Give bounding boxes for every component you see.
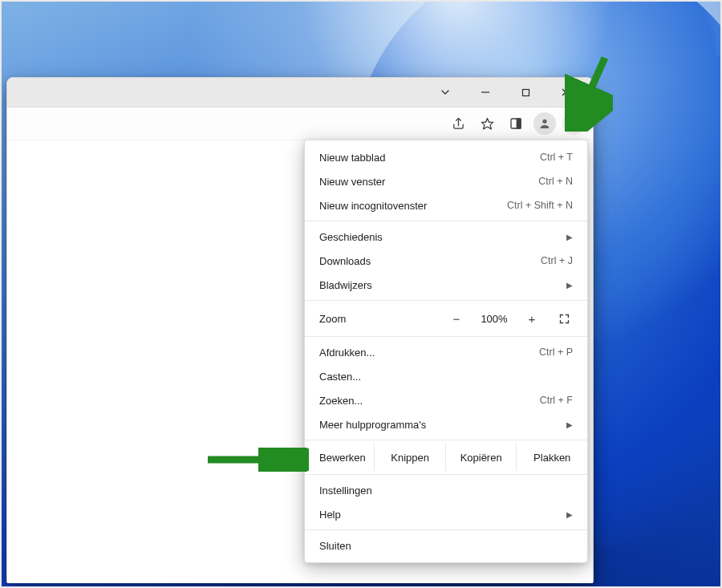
sidepanel-icon xyxy=(509,117,522,130)
menu-item-label: Zoom xyxy=(319,313,436,325)
edit-paste-button[interactable]: Plakken xyxy=(516,444,587,471)
menu-item-settings[interactable]: Instellingen xyxy=(305,478,587,502)
tab-search-button[interactable] xyxy=(428,80,463,104)
sidepanel-button[interactable] xyxy=(505,112,527,135)
menu-item-new-tab[interactable]: Nieuw tabblad Ctrl + T xyxy=(305,145,587,169)
edit-copy-button[interactable]: Kopiëren xyxy=(445,444,517,471)
menu-item-find[interactable]: Zoeken... Ctrl + F xyxy=(305,388,587,412)
menu-item-label: Casten... xyxy=(319,371,573,383)
svg-marker-4 xyxy=(481,118,493,128)
menu-separator xyxy=(305,221,587,221)
minimize-icon xyxy=(481,87,490,97)
menu-item-bookmarks[interactable]: Bladwijzers ▶ xyxy=(305,273,587,297)
profile-button[interactable] xyxy=(533,112,556,135)
svg-rect-1 xyxy=(522,89,529,95)
zoom-value: 100% xyxy=(477,313,512,325)
menu-separator xyxy=(305,336,587,337)
menu-item-label: Afdrukken... xyxy=(319,347,531,359)
zoom-in-button[interactable]: + xyxy=(521,312,542,326)
submenu-arrow-icon: ▶ xyxy=(566,233,573,241)
menu-item-edit: Bewerken Knippen Kopiëren Plakken xyxy=(305,444,587,471)
edit-cut-button[interactable]: Knippen xyxy=(374,444,445,471)
window-minimize-button[interactable] xyxy=(468,80,503,104)
menu-item-label: Help xyxy=(319,509,555,521)
menu-separator xyxy=(305,529,587,530)
menu-item-label: Nieuw venster xyxy=(319,176,530,188)
menu-item-shortcut: Ctrl + P xyxy=(539,347,573,358)
menu-item-shortcut: Ctrl + Shift + N xyxy=(507,200,573,211)
share-button[interactable] xyxy=(447,112,469,135)
menu-item-shortcut: Ctrl + T xyxy=(540,152,573,163)
menu-separator xyxy=(305,440,587,440)
submenu-arrow-icon: ▶ xyxy=(566,420,573,429)
share-icon xyxy=(452,117,465,131)
menu-item-new-window[interactable]: Nieuw venster Ctrl + N xyxy=(305,169,587,193)
menu-item-label: Bladwijzers xyxy=(319,279,555,291)
zoom-out-button[interactable]: − xyxy=(446,312,467,326)
menu-item-print[interactable]: Afdrukken... Ctrl + P xyxy=(305,340,587,364)
menu-item-label: Nieuw tabblad xyxy=(319,152,532,164)
menu-item-label: Instellingen xyxy=(319,485,573,497)
menu-item-label: Bewerken xyxy=(319,452,374,464)
window-close-button[interactable] xyxy=(548,80,583,104)
bookmark-button[interactable] xyxy=(476,112,498,135)
menu-item-label: Meer hulpprogramma's xyxy=(319,419,555,431)
menu-separator xyxy=(305,474,587,475)
menu-item-help[interactable]: Help ▶ xyxy=(305,502,587,526)
menu-item-shortcut: Ctrl + J xyxy=(541,255,573,266)
maximize-icon xyxy=(521,88,530,97)
menu-item-moretools[interactable]: Meer hulpprogramma's ▶ xyxy=(305,412,587,436)
svg-rect-6 xyxy=(517,119,521,128)
svg-point-8 xyxy=(572,117,574,120)
avatar-icon xyxy=(538,117,551,130)
menu-item-label: Nieuw incognitovenster xyxy=(319,200,499,212)
svg-point-10 xyxy=(572,127,574,129)
menu-item-shortcut: Ctrl + N xyxy=(538,176,573,187)
chevron-down-icon xyxy=(440,87,450,97)
kebab-icon xyxy=(572,117,575,130)
menu-item-zoom: Zoom − 100% + xyxy=(305,304,587,333)
menu-item-label: Zoeken... xyxy=(319,395,532,407)
menu-item-history[interactable]: Geschiedenis ▶ xyxy=(305,225,587,249)
star-icon xyxy=(481,117,494,131)
menu-item-exit[interactable]: Sluiten xyxy=(305,533,587,558)
toolbar xyxy=(7,107,593,140)
menu-separator xyxy=(305,300,587,301)
menu-item-label: Downloads xyxy=(319,255,533,267)
menu-item-label: Sluiten xyxy=(319,540,573,552)
fullscreen-button[interactable] xyxy=(552,313,576,325)
svg-point-7 xyxy=(542,120,546,124)
tab-strip xyxy=(7,78,593,107)
menu-item-shortcut: Ctrl + F xyxy=(540,395,573,406)
window-maximize-button[interactable] xyxy=(508,80,543,104)
submenu-arrow-icon: ▶ xyxy=(566,510,573,519)
menu-item-new-incognito[interactable]: Nieuw incognitovenster Ctrl + Shift + N xyxy=(305,193,587,217)
menu-item-label: Geschiedenis xyxy=(319,231,555,243)
browser-window: Nieuw tabblad Ctrl + T Nieuw venster Ctr… xyxy=(6,77,594,582)
submenu-arrow-icon: ▶ xyxy=(566,281,573,290)
menu-item-cast[interactable]: Casten... xyxy=(305,364,587,388)
app-menu: Nieuw tabblad Ctrl + T Nieuw venster Ctr… xyxy=(304,140,588,563)
svg-point-9 xyxy=(572,122,574,124)
menu-item-downloads[interactable]: Downloads Ctrl + J xyxy=(305,249,587,273)
close-icon xyxy=(561,87,570,97)
fullscreen-icon xyxy=(558,313,570,325)
app-menu-button[interactable] xyxy=(562,112,585,135)
